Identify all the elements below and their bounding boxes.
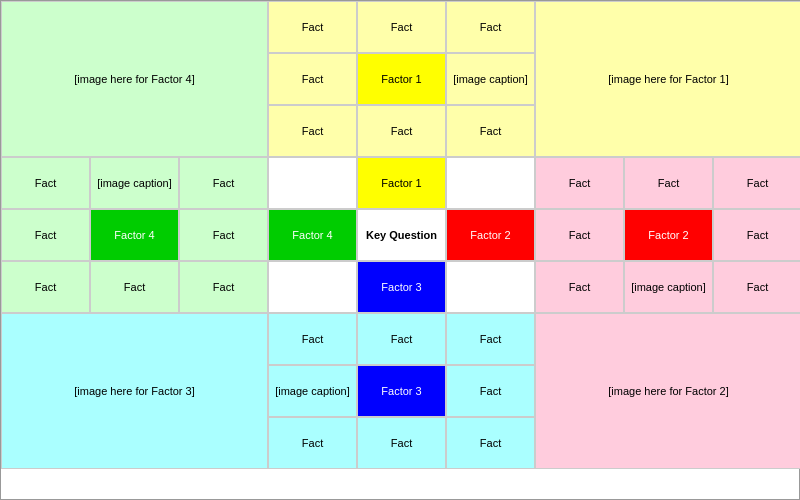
cell-r5c1: Fact xyxy=(1,209,90,261)
cell-r7c5: Fact xyxy=(357,313,446,365)
cell-r1c4: Fact xyxy=(268,1,357,53)
fact-label: Fact xyxy=(302,21,323,33)
factor2-right: Factor 2 xyxy=(624,209,713,261)
cell-r9c4: Fact xyxy=(268,417,357,469)
factor1-center-top: Factor 1 xyxy=(357,53,446,105)
cell-r6c9: Fact xyxy=(713,261,800,313)
fact-label: Fact xyxy=(302,437,323,449)
cell-r9c6: Fact xyxy=(446,417,535,469)
fact-label: Fact xyxy=(391,333,412,345)
cell-r4c2: [image caption] xyxy=(90,157,179,209)
cell-r4c3: Fact xyxy=(179,157,268,209)
factor3-label: Factor 3 xyxy=(381,385,421,397)
factor3-bottom: Factor 3 xyxy=(357,365,446,417)
fact-label: Fact xyxy=(302,73,323,85)
cell-r5c9: Fact xyxy=(713,209,800,261)
cell-r3c6: Fact xyxy=(446,105,535,157)
imgcap-label: [image caption] xyxy=(453,73,528,85)
fact-label: Fact xyxy=(213,177,234,189)
fact-label: Fact xyxy=(213,281,234,293)
fact-label: Fact xyxy=(480,21,501,33)
image-factor1-label: [image here for Factor 1] xyxy=(608,73,728,85)
cell-r8c6: Fact xyxy=(446,365,535,417)
cell-r4c4 xyxy=(268,157,357,209)
fact-label: Fact xyxy=(747,177,768,189)
fact-label: Fact xyxy=(569,281,590,293)
image-factor2-label: [image here for Factor 2] xyxy=(608,385,728,397)
cell-r1c5: Fact xyxy=(357,1,446,53)
cell-r6c3: Fact xyxy=(179,261,268,313)
fact-label: Fact xyxy=(480,437,501,449)
cell-r6c2: Fact xyxy=(90,261,179,313)
factor3-center-mid: Factor 3 xyxy=(357,261,446,313)
fact-label: Fact xyxy=(747,281,768,293)
fact-label: Fact xyxy=(480,333,501,345)
cell-r4c8: Fact xyxy=(624,157,713,209)
fact-label: Fact xyxy=(213,229,234,241)
factor4-left: Factor 4 xyxy=(90,209,179,261)
fact-label: Fact xyxy=(302,333,323,345)
cell-r7c6: Fact xyxy=(446,313,535,365)
fact-label: Fact xyxy=(35,229,56,241)
factor4-label: Factor 4 xyxy=(114,229,154,241)
image-factor1-area: [image here for Factor 1] xyxy=(535,1,800,157)
cell-r6c8: [image caption] xyxy=(624,261,713,313)
image-factor3-label: [image here for Factor 3] xyxy=(74,385,194,397)
image-factor3-area: [image here for Factor 3] xyxy=(1,313,268,469)
factor3-label: Factor 3 xyxy=(381,281,421,293)
fact-label: Fact xyxy=(124,281,145,293)
cell-r3c4: Fact xyxy=(268,105,357,157)
factor1-label: Factor 1 xyxy=(381,177,421,189)
factor1-mid: Factor 1 xyxy=(357,157,446,209)
cell-r6c7: Fact xyxy=(535,261,624,313)
fact-label: Fact xyxy=(391,21,412,33)
factor4-center: Factor 4 xyxy=(268,209,357,261)
fact-label: Fact xyxy=(391,125,412,137)
cell-r1c6: Fact xyxy=(446,1,535,53)
cell-r4c9: Fact xyxy=(713,157,800,209)
fact-label: Fact xyxy=(747,229,768,241)
image-factor2-area: [image here for Factor 2] xyxy=(535,313,800,469)
fact-label: Fact xyxy=(569,229,590,241)
cell-r4c1: Fact xyxy=(1,157,90,209)
factor2-label: Factor 2 xyxy=(648,229,688,241)
key-question-label: Key Question xyxy=(366,229,437,241)
cell-r5c7: Fact xyxy=(535,209,624,261)
cell-r8c4: [image caption] xyxy=(268,365,357,417)
fact-label: Fact xyxy=(35,177,56,189)
cell-r6c4 xyxy=(268,261,357,313)
main-grid: [image here for Factor 4] Fact Fact Fact… xyxy=(0,0,800,500)
cell-r3c5: Fact xyxy=(357,105,446,157)
fact-label: Fact xyxy=(35,281,56,293)
image-factor4-area: [image here for Factor 4] xyxy=(1,1,268,157)
factor2-label: Factor 2 xyxy=(470,229,510,241)
fact-label: Fact xyxy=(569,177,590,189)
cell-r2c4: Fact xyxy=(268,53,357,105)
cell-r6c1: Fact xyxy=(1,261,90,313)
fact-label: Fact xyxy=(480,125,501,137)
cell-r4c6 xyxy=(446,157,535,209)
factor1-label: Factor 1 xyxy=(381,73,421,85)
fact-label: Fact xyxy=(480,385,501,397)
cell-r4c7: Fact xyxy=(535,157,624,209)
factor2-center: Factor 2 xyxy=(446,209,535,261)
image-factor4-label: [image here for Factor 4] xyxy=(74,73,194,85)
cell-r2c6: [image caption] xyxy=(446,53,535,105)
fact-label: Fact xyxy=(302,125,323,137)
cell-r7c4: Fact xyxy=(268,313,357,365)
fact-label: Fact xyxy=(658,177,679,189)
key-question-cell: Key Question xyxy=(357,209,446,261)
cell-r9c5: Fact xyxy=(357,417,446,469)
imgcap-label: [image caption] xyxy=(631,281,706,293)
imgcap-label: [image caption] xyxy=(97,177,172,189)
cell-r5c3: Fact xyxy=(179,209,268,261)
cell-r6c6 xyxy=(446,261,535,313)
imgcap-label: [image caption] xyxy=(275,385,350,397)
fact-label: Fact xyxy=(391,437,412,449)
factor4-label: Factor 4 xyxy=(292,229,332,241)
